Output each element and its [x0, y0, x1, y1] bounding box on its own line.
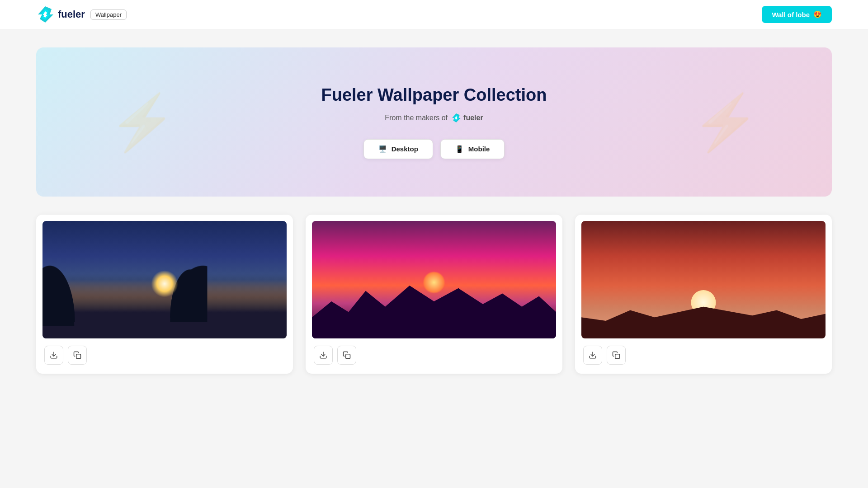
wallpaper-card-pink-islands	[306, 215, 562, 374]
hero-title: Fueler Wallpaper Collection	[321, 85, 547, 105]
desktop-label: Desktop	[392, 145, 418, 153]
copy-button-1[interactable]	[68, 346, 87, 365]
wallpaper-badge: Wallpaper	[90, 9, 127, 20]
hero-brand-text: fueler	[463, 114, 483, 122]
wallpaper-card-night-forest	[36, 215, 293, 374]
download-button-3[interactable]	[583, 346, 602, 365]
logo-text: fueler	[58, 9, 85, 20]
header-left: fueler Wallpaper	[36, 5, 127, 23]
card-actions-1	[42, 346, 287, 365]
mobile-label: Mobile	[468, 145, 490, 153]
wall-of-lobe-emoji: 😍	[813, 10, 822, 19]
card-actions-2	[312, 346, 556, 365]
header: fueler Wallpaper Wall of lobe 😍	[0, 0, 868, 29]
svg-rect-9	[346, 354, 350, 359]
hero-subtitle: From the makers of fueler	[385, 113, 483, 123]
hero-bolt-right-icon: ⚡	[692, 95, 760, 149]
download-button-2[interactable]	[314, 346, 333, 365]
desktop-button[interactable]: 🖥️ Desktop	[363, 139, 433, 159]
wall-of-lobe-label: Wall of lobe	[772, 11, 810, 19]
svg-rect-11	[615, 354, 620, 359]
hero-bolt-left-icon: ⚡	[108, 95, 176, 149]
hero-buttons: 🖥️ Desktop 📱 Mobile	[363, 139, 505, 159]
wallpaper-card-warm-moon	[575, 215, 832, 374]
download-button-1[interactable]	[44, 346, 63, 365]
hero-subtitle-prefix: From the makers of	[385, 114, 448, 122]
wallpaper-image-warm-moon	[581, 221, 826, 338]
mobile-icon: 📱	[455, 145, 464, 153]
wallpaper-image-pink-islands	[312, 221, 556, 338]
svg-rect-7	[76, 354, 81, 359]
wall-of-lobe-button[interactable]: Wall of lobe 😍	[762, 6, 832, 23]
copy-button-3[interactable]	[607, 346, 626, 365]
hero-brand-logo: fueler	[451, 113, 483, 123]
wallpaper-image-night-forest	[42, 221, 287, 338]
fueler-logo-icon	[36, 5, 54, 23]
copy-button-2[interactable]	[337, 346, 356, 365]
card-actions-3	[581, 346, 826, 365]
hero-fueler-icon	[451, 113, 461, 123]
logo: fueler	[36, 5, 85, 23]
desktop-icon: 🖥️	[378, 145, 387, 153]
wallpaper-grid	[36, 215, 832, 374]
mobile-button[interactable]: 📱 Mobile	[440, 139, 505, 159]
hero-section: ⚡ ⚡ Fueler Wallpaper Collection From the…	[36, 47, 832, 197]
